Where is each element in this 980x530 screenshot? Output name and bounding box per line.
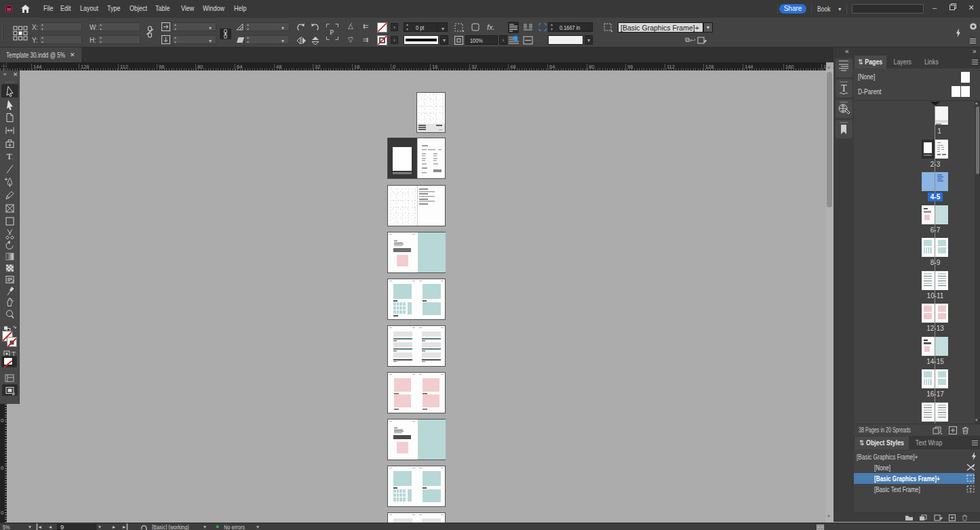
svg-text:T: T (969, 487, 973, 493)
svg-text:P: P (330, 28, 334, 36)
svg-text:T: T (841, 83, 847, 94)
